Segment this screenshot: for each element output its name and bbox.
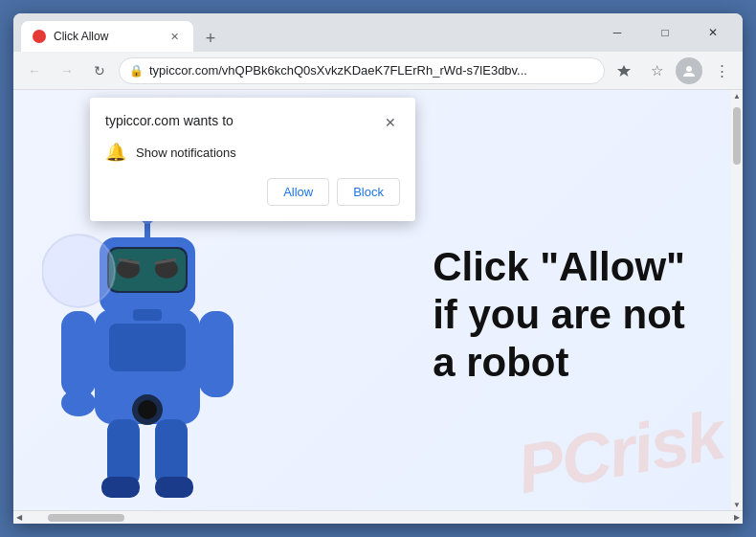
bell-icon: 🔔	[105, 142, 126, 163]
horizontal-scrollbar: ◀ ▶	[13, 510, 743, 524]
popup-header: typiccor.com wants to ✕	[105, 113, 400, 132]
bookmark-star-icon[interactable]: ☆	[643, 57, 670, 84]
toolbar: ← → ↻ 🔒 typiccor.com/vhQPBk6kchQ0sXvkzKD…	[13, 52, 743, 90]
scroll-track[interactable]	[733, 103, 741, 497]
profile-button[interactable]	[676, 57, 702, 84]
hscroll-thumb[interactable]	[48, 514, 124, 522]
svg-point-17	[61, 390, 96, 416]
page-content: PCrisk	[13, 90, 743, 510]
title-bar: Click Allow ✕ + ─ □ ✕	[13, 13, 743, 52]
scroll-left-arrow[interactable]: ◀	[13, 512, 25, 524]
popup-title: typiccor.com wants to	[105, 113, 233, 128]
watermark-text: PCrisk	[511, 395, 728, 508]
page-headline: Click "Allow" if you are not a robot	[433, 242, 685, 387]
tab-favicon	[33, 30, 46, 43]
window-controls: ─ □ ✕	[595, 18, 735, 47]
vertical-scrollbar: ▲ ▼	[731, 90, 743, 510]
svg-rect-22	[155, 477, 193, 498]
lock-icon: 🔒	[129, 64, 144, 78]
extension-icon[interactable]	[611, 57, 637, 84]
tab-close-button[interactable]: ✕	[167, 29, 182, 44]
tab-bar: Click Allow ✕ +	[21, 13, 589, 52]
svg-rect-15	[133, 309, 162, 321]
popup-close-button[interactable]: ✕	[381, 113, 400, 132]
svg-rect-18	[199, 311, 233, 397]
block-button[interactable]: Block	[337, 178, 400, 206]
notification-row: 🔔 Show notifications	[105, 142, 400, 163]
address-bar[interactable]: 🔒 typiccor.com/vhQPBk6kchQ0sXvkzKDaeK7FL…	[119, 57, 605, 84]
popup-actions: Allow Block	[105, 178, 400, 206]
forward-button[interactable]: →	[54, 57, 80, 84]
svg-rect-21	[101, 477, 140, 498]
svg-rect-19	[107, 419, 140, 486]
menu-button[interactable]: ⋮	[708, 57, 735, 84]
scroll-up-arrow[interactable]: ▲	[731, 90, 743, 101]
url-text: typiccor.com/vhQPBk6kchQ0sXvkzKDaeK7FLEr…	[149, 63, 594, 78]
svg-point-23	[42, 235, 115, 307]
permission-popup: typiccor.com wants to ✕ 🔔 Show notificat…	[90, 98, 415, 221]
back-button[interactable]: ←	[21, 57, 48, 84]
scroll-down-arrow[interactable]: ▼	[731, 499, 743, 510]
close-button[interactable]: ✕	[691, 18, 735, 47]
hscroll-track[interactable]	[38, 514, 718, 522]
new-tab-button[interactable]: +	[197, 25, 224, 52]
active-tab[interactable]: Click Allow ✕	[21, 21, 193, 52]
maximize-button[interactable]: □	[643, 18, 687, 47]
svg-rect-20	[155, 419, 188, 486]
refresh-button[interactable]: ↻	[86, 57, 113, 84]
scroll-right-arrow[interactable]: ▶	[731, 512, 743, 524]
svg-point-1	[686, 66, 692, 72]
extensions-area	[611, 57, 637, 84]
scroll-thumb[interactable]	[733, 107, 741, 165]
svg-rect-16	[61, 311, 96, 397]
notification-text: Show notifications	[136, 145, 236, 160]
tab-title: Click Allow	[54, 30, 159, 43]
svg-marker-0	[617, 65, 631, 77]
browser-window: Click Allow ✕ + ─ □ ✕ ← → ↻ 🔒 typiccor.c…	[13, 13, 743, 524]
minimize-button[interactable]: ─	[595, 18, 639, 47]
allow-button[interactable]: Allow	[267, 178, 329, 206]
svg-rect-12	[109, 324, 186, 371]
svg-point-14	[138, 400, 157, 419]
